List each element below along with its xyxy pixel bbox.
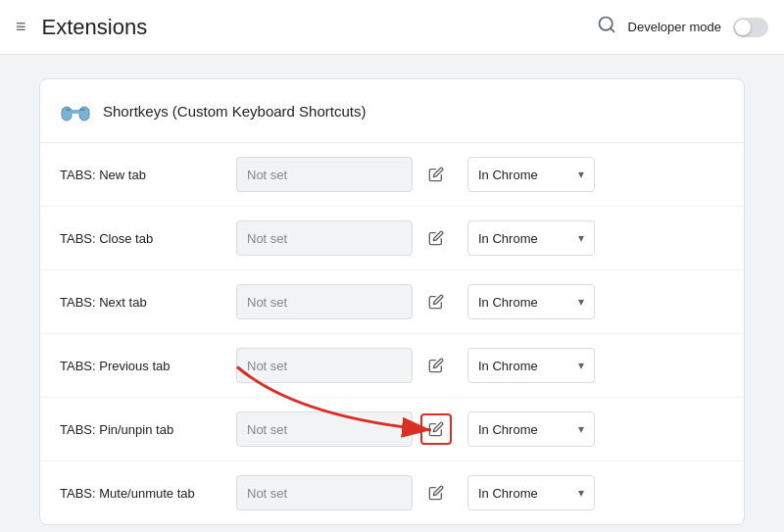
edit-button-next-tab[interactable] bbox=[420, 286, 452, 317]
shortcut-row-next-tab: TABS: Next tab In Chrome ▾ bbox=[40, 270, 744, 334]
chevron-down-icon: ▾ bbox=[578, 422, 584, 436]
scope-text-next-tab: In Chrome bbox=[478, 295, 570, 310]
menu-icon[interactable]: ≡ bbox=[16, 17, 26, 37]
extension-header: Shortkeys (Custom Keyboard Shortcuts) bbox=[40, 79, 744, 143]
developer-mode-label: Developer mode bbox=[628, 20, 721, 34]
edit-button-close-tab[interactable] bbox=[420, 222, 452, 254]
extension-icon bbox=[60, 95, 91, 126]
header: ≡ Extensions Developer mode bbox=[0, 0, 784, 55]
shortcut-label-pin-unpin-tab: TABS: Pin/unpin tab bbox=[60, 422, 236, 437]
shortcut-row-mute-unmute-tab: TABS: Mute/unmute tab In Chrome ▾ bbox=[40, 461, 744, 524]
shortcut-row-close-tab: TABS: Close tab In Chrome ▾ bbox=[40, 207, 744, 270]
edit-button-previous-tab[interactable] bbox=[420, 350, 452, 381]
chevron-down-icon: ▾ bbox=[578, 359, 584, 372]
svg-line-1 bbox=[610, 28, 613, 32]
scope-text-new-tab: In Chrome bbox=[478, 168, 570, 182]
edit-button-mute-unmute-tab[interactable] bbox=[420, 477, 452, 508]
extension-card: Shortkeys (Custom Keyboard Shortcuts) TA… bbox=[39, 78, 745, 525]
search-icon[interactable] bbox=[597, 15, 616, 39]
chevron-down-icon: ▾ bbox=[578, 168, 584, 181]
shortcut-label-next-tab: TABS: Next tab bbox=[60, 295, 236, 310]
shortcut-row-new-tab: TABS: New tab In Chrome ▾ bbox=[40, 143, 744, 207]
shortcut-input-mute-unmute-tab[interactable] bbox=[236, 475, 413, 510]
shortcut-input-previous-tab[interactable] bbox=[236, 348, 413, 383]
chevron-down-icon: ▾ bbox=[578, 295, 584, 309]
svg-rect-5 bbox=[66, 109, 72, 111]
shortcut-input-new-tab[interactable] bbox=[236, 157, 413, 192]
page-title: Extensions bbox=[42, 15, 597, 40]
scope-text-mute-unmute-tab: In Chrome bbox=[478, 486, 570, 501]
scope-select-mute-unmute-tab[interactable]: In Chrome ▾ bbox=[467, 475, 595, 510]
header-controls: Developer mode bbox=[597, 15, 768, 39]
scope-select-next-tab[interactable]: In Chrome ▾ bbox=[467, 284, 595, 319]
developer-mode-toggle[interactable] bbox=[733, 18, 768, 37]
shortcut-input-next-tab[interactable] bbox=[236, 284, 413, 319]
svg-rect-6 bbox=[79, 109, 85, 111]
shortcut-row-previous-tab: TABS: Previous tab In Chrome ▾ bbox=[40, 334, 744, 398]
scope-text-close-tab: In Chrome bbox=[478, 231, 570, 246]
shortcut-label-mute-unmute-tab: TABS: Mute/unmute tab bbox=[60, 486, 236, 501]
extension-name: Shortkeys (Custom Keyboard Shortcuts) bbox=[103, 103, 366, 120]
shortcut-input-close-tab[interactable] bbox=[236, 220, 413, 256]
main-content: Shortkeys (Custom Keyboard Shortcuts) TA… bbox=[0, 55, 784, 532]
chevron-down-icon: ▾ bbox=[578, 231, 584, 245]
shortcut-label-close-tab: TABS: Close tab bbox=[60, 231, 236, 246]
scope-select-close-tab[interactable]: In Chrome ▾ bbox=[467, 220, 595, 256]
edit-button-pin-unpin-tab[interactable] bbox=[420, 413, 452, 445]
scope-select-new-tab[interactable]: In Chrome ▾ bbox=[467, 157, 595, 192]
scope-text-previous-tab: In Chrome bbox=[478, 359, 570, 373]
shortcut-input-pin-unpin-tab[interactable] bbox=[236, 411, 413, 447]
scope-select-pin-unpin-tab[interactable]: In Chrome ▾ bbox=[467, 411, 595, 447]
chevron-down-icon: ▾ bbox=[578, 486, 584, 500]
shortcut-label-new-tab: TABS: New tab bbox=[60, 168, 236, 182]
scope-select-previous-tab[interactable]: In Chrome ▾ bbox=[467, 348, 595, 383]
shortcut-label-previous-tab: TABS: Previous tab bbox=[60, 359, 236, 373]
shortcuts-list: TABS: New tab In Chrome ▾ TABS: Close ta… bbox=[40, 143, 744, 524]
shortcut-row-pin-unpin-tab: TABS: Pin/unpin tab In Chrome ▾ bbox=[40, 398, 744, 461]
scope-text-pin-unpin-tab: In Chrome bbox=[478, 422, 570, 437]
edit-button-new-tab[interactable] bbox=[420, 159, 452, 190]
